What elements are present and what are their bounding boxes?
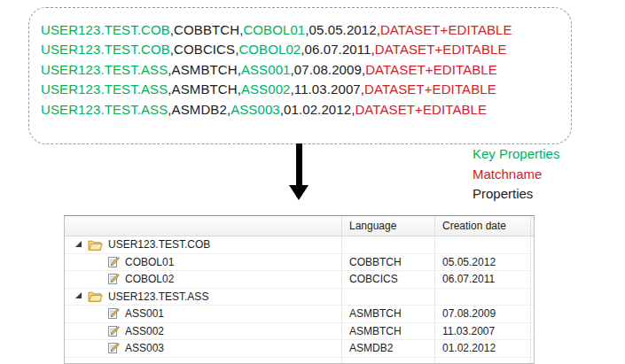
record-segment: DATASET+EDITABLE: [375, 42, 507, 57]
record-segment: ASS003: [230, 102, 280, 117]
table-header-row: Language Creation date: [65, 216, 534, 236]
record-line: USER123.TEST.ASS,ASMDB2,ASS003,01.02.201…: [41, 100, 571, 120]
legend-item: Properties: [473, 184, 559, 205]
tree-cell: ASS002: [65, 323, 342, 340]
expander-icon[interactable]: [75, 292, 82, 298]
record-segment: ,05.05.2012,: [305, 22, 380, 37]
member-name-label: ASS001: [125, 307, 164, 320]
mapping-diagram: USER123.TEST.COB,COBBTCH,COBOL01,05.05.2…: [0, 0, 625, 364]
creation-date-cell: [435, 289, 531, 306]
legend: Key PropertiesMatchnameProperties: [473, 144, 559, 205]
creation-date-cell: 01.02.2012: [435, 340, 531, 357]
language-cell: ASMBTCH: [342, 306, 435, 322]
down-arrow-head: [289, 185, 309, 200]
record-list-box: USER123.TEST.COB,COBBTCH,COBOL01,05.05.2…: [28, 7, 572, 144]
table-row[interactable]: ASS001 ASMBTCH 07.08.2009: [65, 306, 534, 323]
table-row[interactable]: ASS003 ASMDB2 01.02.2012: [65, 340, 534, 358]
dataset-name-label: USER123.TEST.ASS: [108, 290, 208, 303]
member-name-label: COBOL02: [125, 273, 174, 285]
table-row[interactable]: USER123.TEST.ASS: [65, 289, 534, 306]
language-cell: ASMBTCH: [342, 323, 435, 340]
record-segment: USER123.TEST.ASS: [41, 62, 168, 77]
record-segment: USER123.TEST.COB: [41, 22, 170, 37]
record-line: USER123.TEST.ASS,ASMBTCH,ASS002,11.03.20…: [41, 80, 571, 99]
table-row[interactable]: ASS002 ASMBTCH 11.03.2007: [65, 323, 534, 341]
language-cell: [342, 289, 435, 306]
record-segment: ASS001: [241, 62, 291, 77]
editable-member-icon: [107, 273, 120, 285]
creation-date-cell: 05.05.2012: [435, 254, 531, 271]
creation-date-cell: 11.03.2007: [435, 323, 531, 340]
tree-cell: ASS001: [65, 306, 342, 322]
creation-date-cell: 07.08.2009: [435, 306, 531, 322]
table-row[interactable]: COBOL01 COBBTCH 05.05.2012: [65, 254, 534, 272]
record-segment: ,ASMBTCH,: [168, 62, 241, 77]
record-segment: ASS002: [241, 81, 291, 97]
editable-member-icon: [107, 325, 120, 337]
folder-icon: [88, 239, 103, 251]
legend-item: Key Properties: [473, 144, 559, 165]
creation-date-cell: [435, 236, 531, 253]
record-segment: ,ASMBTCH,: [168, 81, 241, 97]
record-line: USER123.TEST.COB,COBCICS,COBOL02,06.07.2…: [41, 40, 571, 59]
record-segment: ,06.07.2011,: [301, 42, 375, 57]
editable-member-icon: [107, 342, 120, 354]
editable-member-icon: [107, 307, 120, 320]
member-name-label: COBOL01: [125, 256, 174, 268]
record-segment: COBOL01: [243, 22, 305, 37]
record-lines: USER123.TEST.COB,COBBTCH,COBOL01,05.05.2…: [41, 20, 571, 120]
table-row[interactable]: USER123.TEST.COB: [65, 236, 534, 254]
record-segment: ,COBBTCH,: [170, 22, 244, 37]
record-segment: DATASET+EDITABLE: [355, 102, 487, 117]
record-segment: ,ASMDB2,: [168, 102, 230, 117]
table-row-filler: [65, 358, 534, 364]
column-header-filler: [531, 216, 534, 236]
record-segment: DATASET+EDITABLE: [365, 62, 497, 77]
record-segment: COBOL02: [238, 42, 301, 57]
column-header-creation-date[interactable]: Creation date: [435, 216, 531, 236]
record-segment: ,07.08.2009,: [291, 62, 366, 77]
tree-cell: USER123.TEST.COB: [65, 236, 342, 253]
record-segment: DATASET+EDITABLE: [380, 22, 512, 37]
tree-cell: ASS003: [65, 340, 342, 357]
record-segment: ,COBCICS,: [170, 42, 239, 57]
record-segment: USER123.TEST.COB: [41, 42, 170, 57]
language-cell: ASMDB2: [342, 340, 435, 357]
tree-cell: COBOL02: [65, 271, 342, 288]
creation-date-cell: 06.07.2011: [435, 271, 531, 288]
members-table: Language Creation date USER123.TEST.COB …: [64, 215, 535, 364]
table-row[interactable]: COBOL02 COBCICS 06.07.2011: [65, 271, 534, 289]
dataset-name-label: USER123.TEST.COB: [108, 238, 210, 251]
record-segment: DATASET+EDITABLE: [364, 81, 496, 97]
record-segment: ,01.02.2012,: [280, 102, 355, 117]
table-body: USER123.TEST.COB COBOL01 COBBTCH 05.05.2…: [65, 236, 534, 358]
record-line: USER123.TEST.COB,COBBTCH,COBOL01,05.05.2…: [41, 20, 571, 40]
folder-icon: [88, 290, 103, 302]
language-cell: COBCICS: [342, 271, 435, 288]
column-header-tree[interactable]: [65, 216, 342, 236]
language-cell: COBBTCH: [342, 254, 435, 271]
editable-member-icon: [107, 256, 120, 268]
legend-item: Matchname: [473, 165, 559, 185]
record-line: USER123.TEST.ASS,ASMBTCH,ASS001,07.08.20…: [41, 60, 571, 80]
expander-icon[interactable]: [75, 241, 82, 247]
record-segment: ,11.03.2007,: [291, 81, 365, 97]
tree-cell: USER123.TEST.ASS: [65, 289, 342, 306]
language-cell: [342, 236, 435, 253]
tree-cell: COBOL01: [65, 254, 342, 271]
down-arrow-shaft: [296, 143, 302, 185]
member-name-label: ASS003: [125, 342, 164, 354]
record-segment: USER123.TEST.ASS: [41, 81, 168, 97]
column-header-language[interactable]: Language: [342, 216, 435, 236]
record-segment: USER123.TEST.ASS: [41, 102, 168, 117]
down-arrow-icon: [289, 143, 309, 201]
member-name-label: ASS002: [125, 325, 164, 337]
